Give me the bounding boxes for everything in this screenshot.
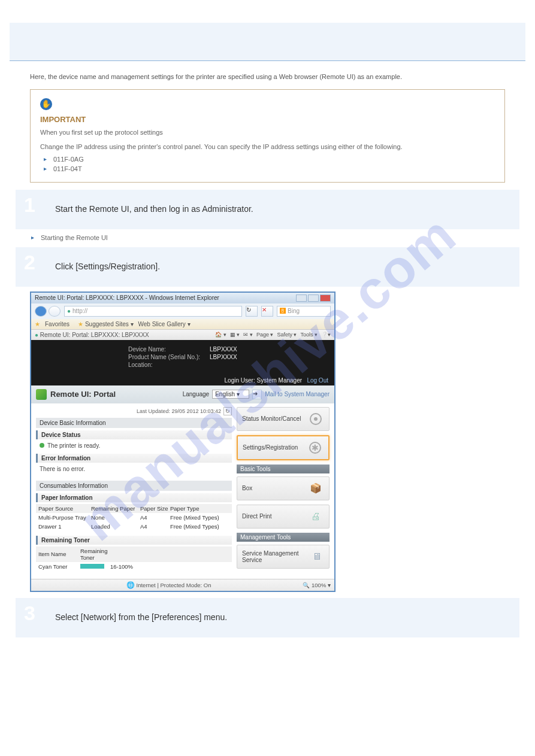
app-icon <box>36 389 47 400</box>
page-menu[interactable]: Page ▾ <box>256 332 274 338</box>
paper-cell: Free (Mixed Types) <box>170 514 229 521</box>
toner-item: Cyan Toner <box>38 563 80 570</box>
step-2-title: Click [Settings/Registration]. <box>55 262 160 271</box>
basic-info-header: Device Basic Information <box>36 418 232 428</box>
eye-circle-icon <box>307 412 324 426</box>
step-2-num: 2 <box>24 251 35 274</box>
sms-button[interactable]: Service Management Service 🖥 <box>237 545 330 569</box>
paper-row-2: Drawer 1 Loaded A4 Free (Mixed Types) <box>36 522 232 531</box>
svg-point-1 <box>314 417 318 421</box>
portal-left-column: Last Updated: 29/05 2012 10:03:42 ↻ Devi… <box>36 407 232 573</box>
consumables-header: Consumables Information <box>36 481 232 491</box>
step-1-banner: 1 Start the Remote UI, and then log in a… <box>16 190 519 229</box>
search-field[interactable]: 🅱 Bing <box>277 306 331 317</box>
paper-cell: Free (Mixed Types) <box>170 523 229 530</box>
browser-status-bar: 🌐 Internet | Protected Mode: On 🔍 100% ▾ <box>31 579 334 591</box>
logout-link[interactable]: Log Out <box>307 377 328 384</box>
paper-col-source: Paper Source <box>38 505 91 512</box>
favorites-bar: ★ Favorites ★ Suggested Sites ▾ Web Slic… <box>31 319 334 329</box>
webslice-link[interactable]: Web Slice Gallery ▾ <box>138 321 191 327</box>
paper-info-header: Paper Information <box>36 493 232 502</box>
paper-col-size: Paper Size <box>140 505 170 512</box>
address-bar-row: ● http:// ↻ ✕ 🅱 Bing <box>31 303 334 319</box>
back-button[interactable] <box>35 306 47 317</box>
asterisk-circle-icon: ✱ <box>307 441 324 454</box>
product-name-label: Product Name (Serial No.): <box>128 354 206 360</box>
important-item-1: 011F-0AG <box>43 156 495 163</box>
settings-registration-button[interactable]: Settings/Registration ✱ <box>237 435 330 460</box>
minimize-button[interactable] <box>296 294 307 302</box>
language-label: Language <box>183 391 210 397</box>
home-icon[interactable]: 🏠 ▾ <box>215 332 226 338</box>
refresh-button[interactable]: ↻ <box>246 306 258 317</box>
box-button[interactable]: Box 📦 <box>237 476 330 500</box>
status-monitor-button[interactable]: Status Monitor/Cancel <box>237 407 330 431</box>
help-icon[interactable]: ❔▾ <box>321 332 331 338</box>
maximize-button[interactable] <box>308 294 319 302</box>
device-name-label: Device Name: <box>128 346 206 353</box>
important-body2: Change the IP address using the printer'… <box>40 142 495 152</box>
paper-cell: Drawer 1 <box>38 523 91 530</box>
step-3-title: Select [Network] from the [Preferences] … <box>55 612 227 622</box>
location-label: Location: <box>128 362 206 368</box>
step-1-num: 1 <box>24 193 35 217</box>
monitor-icon: 🖥 <box>310 550 324 563</box>
stop-button[interactable]: ✕ <box>261 306 273 317</box>
step-3-banner: 3 Select [Network] from the [Preferences… <box>16 598 519 637</box>
hand-icon: ✋ <box>40 98 52 110</box>
address-text: http:// <box>72 308 87 314</box>
box-icon: 📦 <box>307 482 324 495</box>
step-1-title: Start the Remote UI, and then log in as … <box>55 204 253 214</box>
step-1-link[interactable]: Starting the Remote UI <box>30 234 505 241</box>
tools-menu[interactable]: Tools ▾ <box>300 332 318 338</box>
paper-cell: A4 <box>140 523 170 530</box>
refresh-icon[interactable]: ↻ <box>223 407 232 415</box>
address-field[interactable]: ● http:// <box>64 306 242 317</box>
star-icon: ★ <box>35 321 40 327</box>
star-icon-2: ★ <box>78 321 83 327</box>
browser-window: Remote UI: Portal: LBPXXXX: LBPXXXX - Wi… <box>30 292 335 592</box>
step-2-banner: 2 Click [Settings/Registration]. <box>16 247 519 287</box>
paper-cell: Loaded <box>91 523 140 530</box>
close-button[interactable] <box>320 294 331 302</box>
window-title: Remote UI: Portal: LBPXXXX: LBPXXXX - Wi… <box>35 294 219 301</box>
tab-tools: 🏠 ▾ ▦ ▾ ✉ ▾ Page ▾ Safety ▾ Tools ▾ ❔▾ <box>215 332 331 338</box>
feed-icon[interactable]: ▦ ▾ <box>230 332 240 338</box>
suggested-sites-link[interactable]: ★ Suggested Sites ▾ <box>78 321 133 327</box>
last-updated: Last Updated: 29/05 2012 10:03:42 ↻ <box>36 407 232 415</box>
status-dot-icon <box>40 443 44 448</box>
portal-right-column: Status Monitor/Cancel Settings/Registrat… <box>237 407 330 573</box>
device-status-header: Device Status <box>36 430 232 439</box>
mail-manager-link[interactable]: Mail to System Manager <box>265 391 330 397</box>
direct-print-button[interactable]: Direct Print 🖨 <box>237 505 330 529</box>
toner-bar <box>80 564 104 569</box>
nav-buttons <box>35 306 61 317</box>
globe-icon: 🌐 <box>126 581 135 588</box>
paper-cell: A4 <box>140 514 170 521</box>
intro-paragraph: Here, the device name and management set… <box>30 72 505 82</box>
product-name-value: LBPXXXX <box>210 354 237 360</box>
portal-title-bar: Remote UI: Portal Language English ▾ ➜ M… <box>31 385 334 403</box>
language-go-button[interactable]: ➜ <box>252 390 262 399</box>
safety-menu[interactable]: Safety ▾ <box>277 332 297 338</box>
login-bar: Login User: System Manager Log Out <box>31 375 334 385</box>
important-heading: IMPORTANT <box>40 115 495 124</box>
portal-title: Remote UI: Portal <box>50 390 116 399</box>
forward-button[interactable] <box>49 306 61 317</box>
tab-label[interactable]: ● Remote UI: Portal: LBPXXXX: LBPXXXX <box>35 332 149 338</box>
zoom-value: 100% <box>312 582 326 588</box>
window-buttons <box>296 294 331 302</box>
printer-icon: 🖨 <box>307 510 324 523</box>
screenshot-container: Remote UI: Portal: LBPXXXX: LBPXXXX - Wi… <box>30 292 335 592</box>
remaining-toner-header: Remaining Toner <box>36 536 232 545</box>
device-name-value: LBPXXXX <box>210 346 237 353</box>
paper-header-row: Paper Source Remaining Paper Paper Size … <box>36 504 232 513</box>
toner-header-row: Item Name Remaining Toner <box>36 546 232 562</box>
mail-icon[interactable]: ✉ ▾ <box>243 332 253 338</box>
language-select[interactable]: English ▾ <box>212 390 249 399</box>
toner-col-name: Item Name <box>38 551 80 557</box>
login-user-label: Login User: <box>225 377 255 384</box>
globe-icon: ● <box>67 308 71 314</box>
management-tools-header: Management Tools <box>237 533 330 542</box>
paper-cell: None <box>91 514 140 521</box>
